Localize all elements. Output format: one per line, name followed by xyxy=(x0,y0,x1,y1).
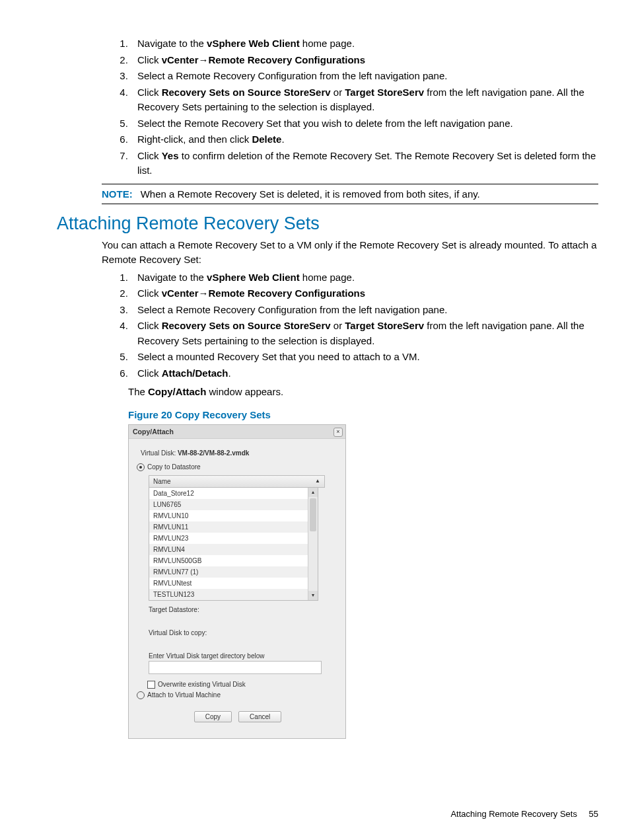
procedure-list-1: Navigate to the vSphere Web Client home … xyxy=(57,36,598,178)
vdisk-to-copy-label: Virtual Disk to copy: xyxy=(149,629,335,636)
page-number: 55 xyxy=(589,809,598,819)
step-6: Right-click, and then click Delete. xyxy=(131,132,598,147)
enter-directory-label: Enter Virtual Disk target directory belo… xyxy=(149,652,335,660)
procedure-list-2: Navigate to the vSphere Web Client home … xyxy=(57,270,598,381)
result-text: The Copy/Attach window appears. xyxy=(128,385,598,400)
note-label: NOTE: xyxy=(102,188,133,200)
list-item[interactable]: RMVLUN500GB xyxy=(149,555,318,566)
dialog-title: Copy/Attach xyxy=(129,425,345,439)
close-icon[interactable]: × xyxy=(333,428,343,437)
list-item[interactable]: RMVLUN11 xyxy=(149,521,318,533)
column-name: Name xyxy=(153,478,171,485)
scroll-thumb[interactable] xyxy=(310,498,316,531)
section-heading: Attaching Remote Recovery Sets xyxy=(57,213,598,234)
step-1: Navigate to the vSphere Web Client home … xyxy=(131,36,598,52)
datastore-list: Data_Store12 LUN6765 RMVLUN10 RMVLUN11 R… xyxy=(149,488,318,601)
step-6b: Click Attach/Detach. xyxy=(131,366,598,381)
list-item[interactable]: RMVLUNtest xyxy=(149,578,318,589)
list-item[interactable]: Data_Store12 xyxy=(149,488,318,499)
step-5: Select the Remote Recovery Set that you … xyxy=(131,116,598,132)
list-item[interactable]: LUN6765 xyxy=(149,499,318,510)
radio-attach-to-vm[interactable]: Attach to Virtual Machine xyxy=(137,691,335,699)
checkbox-icon xyxy=(147,681,155,689)
step-2b: Click vCenter→Remote Recovery Configurat… xyxy=(131,286,598,301)
page-footer: Attaching Remote Recovery Sets 55 xyxy=(450,809,598,819)
virtual-disk-line: Virtual Disk: VM-88-2/VM-88-2.vmdk xyxy=(141,449,335,457)
figure-caption: Figure 20 Copy Recovery Sets xyxy=(128,409,598,420)
step-4b: Click Recovery Sets on Source StoreServ … xyxy=(131,319,598,348)
list-item[interactable]: RMVLUN4 xyxy=(149,544,318,555)
radio-icon xyxy=(137,463,145,471)
cancel-button[interactable]: Cancel xyxy=(238,711,281,722)
list-item[interactable]: RMVLUN23 xyxy=(149,533,318,544)
step-3: Select a Remote Recovery Configuration f… xyxy=(131,69,598,84)
footer-title: Attaching Remote Recovery Sets xyxy=(450,809,577,819)
scrollbar[interactable]: ▴ ▾ xyxy=(308,488,318,600)
step-3b: Select a Remote Recovery Configuration f… xyxy=(131,303,598,318)
step-2: Click vCenter→Remote Recovery Configurat… xyxy=(131,53,598,68)
list-item[interactable]: RMVLUN77 (1) xyxy=(149,566,318,578)
scroll-up-icon[interactable]: ▴ xyxy=(308,488,318,497)
datastore-header[interactable]: Name ▲ xyxy=(149,475,325,488)
list-item[interactable]: RMVLUN10 xyxy=(149,510,318,521)
overwrite-checkbox-row[interactable]: Overwrite existing Virtual Disk xyxy=(147,681,335,689)
radio-copy-to-datastore[interactable]: Copy to Datastore xyxy=(137,463,335,471)
note-block: NOTE:When a Remote Recovery Set is delet… xyxy=(102,184,598,204)
step-7: Click Yes to confirm deletion of the Rem… xyxy=(131,149,598,178)
note-text: When a Remote Recovery Set is deleted, i… xyxy=(141,188,480,200)
target-directory-input[interactable] xyxy=(149,661,322,674)
target-datastore-label: Target Datastore: xyxy=(149,606,335,613)
radio-icon xyxy=(137,691,145,699)
intro-paragraph: You can attach a Remote Recovery Set to … xyxy=(102,238,598,268)
step-1b: Navigate to the vSphere Web Client home … xyxy=(131,270,598,286)
copy-button[interactable]: Copy xyxy=(194,711,232,722)
step-5b: Select a mounted Recovery Set that you n… xyxy=(131,350,598,365)
copy-attach-dialog: Copy/Attach × Virtual Disk: VM-88-2/VM-8… xyxy=(128,424,346,739)
scroll-down-icon[interactable]: ▾ xyxy=(308,591,318,600)
sort-asc-icon: ▲ xyxy=(315,478,320,485)
step-4: Click Recovery Sets on Source StoreServ … xyxy=(131,85,598,115)
list-item[interactable]: TESTLUN123 xyxy=(149,589,318,600)
